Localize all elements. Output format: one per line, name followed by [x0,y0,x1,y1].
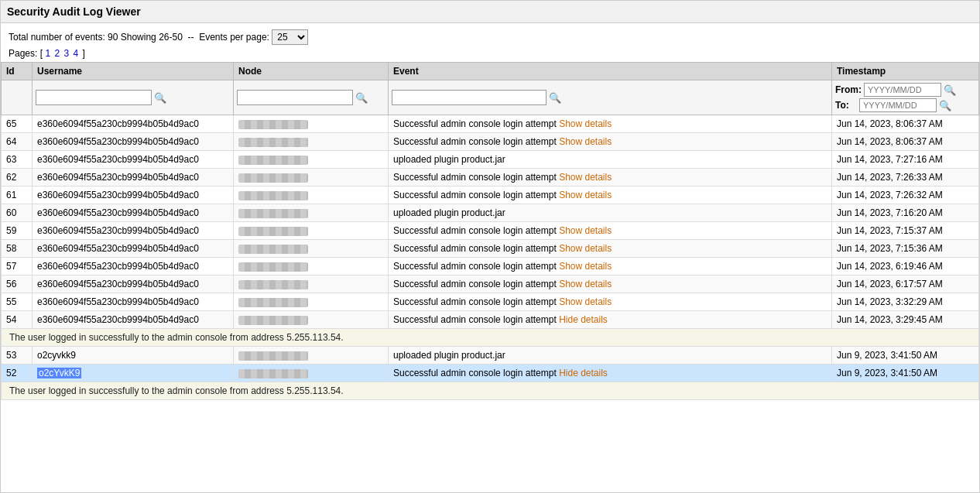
col-header-id: Id [2,63,33,80]
node-filter-input[interactable] [237,90,353,105]
show-details-link[interactable]: Show details [559,261,612,272]
username-search-button[interactable]: 🔍 [154,92,166,104]
per-page-select[interactable]: 10 25 50 100 [272,29,308,45]
app-container: Security Audit Log Viewer Total number o… [0,0,980,493]
cell-node [234,293,389,311]
node-blurred [238,191,308,200]
cell-event: uploaded plugin product.jar [389,347,832,365]
show-details-link[interactable]: Show details [559,279,612,289]
table-row: 58e360e6094f55a230cb9994b05b4d9ac0Succes… [2,240,979,258]
cell-timestamp: Jun 14, 2023, 7:26:32 AM [832,187,979,204]
cell-node [234,187,389,204]
cell-timestamp: Jun 9, 2023, 3:41:50 AM [832,365,979,382]
cell-event: Successful admin console login attempt H… [389,365,832,382]
table-row: 62e360e6094f55a230cb9994b05b4d9ac0Succes… [2,169,979,187]
cell-event: Successful admin console login attempt S… [389,276,832,293]
cell-username: e360e6094f55a230cb9994b05b4d9ac0 [33,204,234,222]
node-blurred [238,156,308,165]
node-blurred [238,351,308,361]
filter-timestamp-cell: From: 🔍 To: 🔍 [832,80,979,115]
cell-node [234,365,389,382]
cell-event: Successful admin console login attempt S… [389,133,832,151]
show-details-link[interactable]: Show details [559,190,612,200]
show-details-link[interactable]: Show details [559,118,612,129]
detail-row: The user logged in successfully to the a… [2,329,979,347]
cell-node [234,151,389,169]
show-details-link[interactable]: Show details [559,225,612,236]
cell-username: e360e6094f55a230cb9994b05b4d9ac0 [33,169,234,187]
summary-line: Total number of events: 90 Showing 26-50… [9,29,971,45]
table-row: 63e360e6094f55a230cb9994b05b4d9ac0upload… [2,151,979,169]
cell-id: 58 [2,240,33,258]
cell-node [234,240,389,258]
cell-id: 60 [2,204,33,222]
to-label: To: [835,100,857,111]
cell-id: 59 [2,222,33,240]
table-row: 56e360e6094f55a230cb9994b05b4d9ac0Succes… [2,276,979,293]
table-row: 55e360e6094f55a230cb9994b05b4d9ac0Succes… [2,293,979,311]
show-details-link[interactable]: Show details [559,296,612,307]
hide-details-link[interactable]: Hide details [559,368,608,378]
selected-username: o2cYvkK9 [37,368,81,378]
cell-username: e360e6094f55a230cb9994b05b4d9ac0 [33,115,234,133]
cell-id: 64 [2,133,33,151]
username-filter-input[interactable] [36,90,152,105]
col-header-event: Event [389,63,832,80]
node-search-button[interactable]: 🔍 [355,92,368,104]
cell-username: o2cYvkK9 [33,365,234,382]
from-date-search-button[interactable]: 🔍 [944,84,956,96]
to-date-search-button[interactable]: 🔍 [939,100,951,111]
cell-timestamp: Jun 14, 2023, 7:16:20 AM [832,204,979,222]
node-blurred [238,138,308,147]
cell-node [234,204,389,222]
show-details-link[interactable]: Show details [559,172,612,183]
node-blurred [238,262,308,272]
cell-timestamp: Jun 14, 2023, 3:29:45 AM [832,311,979,329]
app-title: Security Audit Log Viewer [1,1,979,23]
node-blurred [238,173,308,183]
pages-line: Pages: [ 1 2 3 4 ] [9,48,971,59]
hide-details-link[interactable]: Hide details [559,314,608,325]
showing-label: Showing 26-50 [121,32,183,43]
page-3-link[interactable]: 3 [63,48,69,59]
page-4-link[interactable]: 4 [73,48,78,59]
col-header-username: Username [33,63,234,80]
cell-event: uploaded plugin product.jar [389,151,832,169]
detail-row: The user logged in successfully to the a… [2,382,979,400]
cell-username: e360e6094f55a230cb9994b05b4d9ac0 [33,133,234,151]
cell-username: e360e6094f55a230cb9994b05b4d9ac0 [33,258,234,276]
event-search-button[interactable]: 🔍 [549,92,561,104]
cell-username: o2cyvkk9 [33,347,234,365]
node-blurred [238,245,308,254]
cell-node [234,347,389,365]
cell-node [234,311,389,329]
cell-node [234,169,389,187]
page-1-link[interactable]: 1 [45,48,50,59]
node-blurred [238,369,308,378]
cell-id: 54 [2,311,33,329]
cell-event: Successful admin console login attempt S… [389,293,832,311]
cell-timestamp: Jun 14, 2023, 7:15:37 AM [832,222,979,240]
event-filter-input[interactable] [392,90,547,105]
cell-node [234,133,389,151]
cell-timestamp: Jun 14, 2023, 7:15:36 AM [832,240,979,258]
table-row: 52o2cYvkK9Successful admin console login… [2,365,979,382]
page-2-link[interactable]: 2 [54,48,60,59]
cell-event: Successful admin console login attempt S… [389,222,832,240]
node-blurred [238,280,308,289]
table-row: 57e360e6094f55a230cb9994b05b4d9ac0Succes… [2,258,979,276]
from-date-input[interactable] [864,83,941,97]
cell-username: e360e6094f55a230cb9994b05b4d9ac0 [33,293,234,311]
from-label: From: [835,84,862,95]
detail-text: The user logged in successfully to the a… [2,382,979,400]
table-row: 64e360e6094f55a230cb9994b05b4d9ac0Succes… [2,133,979,151]
cell-id: 61 [2,187,33,204]
show-details-link[interactable]: Show details [559,136,612,147]
node-blurred [238,298,308,307]
filter-row: 🔍 🔍 🔍 [2,80,979,115]
cell-timestamp: Jun 14, 2023, 7:26:33 AM [832,169,979,187]
show-details-link[interactable]: Show details [559,243,612,254]
pages-label: Pages: [9,48,37,59]
cell-id: 52 [2,365,33,382]
to-date-input[interactable] [859,98,937,112]
